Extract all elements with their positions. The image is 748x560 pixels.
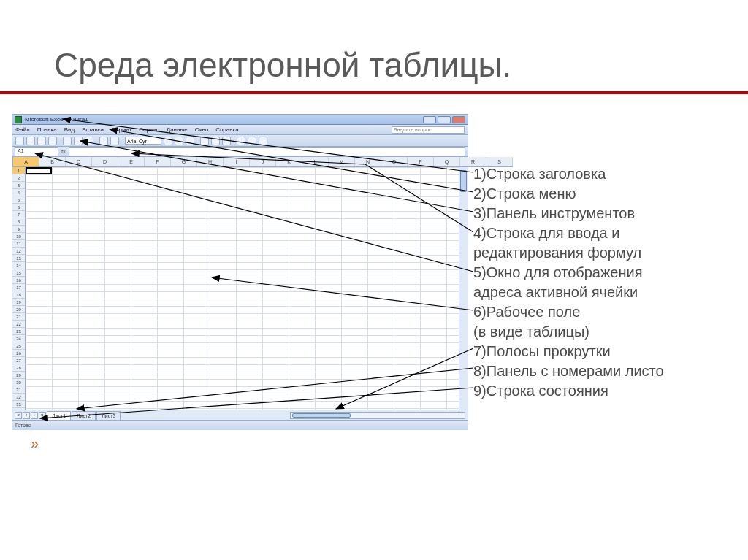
column-header[interactable]: H: [197, 157, 224, 166]
align-left-icon[interactable]: [200, 137, 209, 145]
fx-icon[interactable]: fx: [58, 148, 69, 155]
column-header[interactable]: N: [355, 157, 381, 166]
column-header[interactable]: D: [92, 157, 118, 166]
row-header[interactable]: 1: [12, 167, 25, 174]
row-header[interactable]: 11: [12, 240, 25, 248]
tab-nav-next-icon[interactable]: ›: [31, 412, 38, 419]
row-header[interactable]: 19: [12, 299, 25, 306]
menu-view[interactable]: Вид: [64, 126, 75, 133]
tab-nav-first-icon[interactable]: «: [15, 412, 22, 419]
scrollbar-thumb[interactable]: [292, 413, 351, 418]
row-headers[interactable]: 1234567891011121314151617181920212223242…: [12, 167, 26, 410]
column-header[interactable]: M: [329, 157, 355, 166]
row-header[interactable]: 5: [12, 196, 25, 204]
print-icon[interactable]: [48, 137, 57, 145]
row-header[interactable]: 30: [12, 379, 25, 386]
row-header[interactable]: 22: [12, 321, 25, 328]
row-header[interactable]: 31: [12, 386, 25, 394]
horizontal-scrollbar[interactable]: [290, 412, 465, 419]
column-headers[interactable]: ABCDEFGHIJKLMNOPQRS: [13, 157, 513, 167]
column-header[interactable]: E: [118, 157, 145, 166]
minimize-button[interactable]: [423, 116, 436, 123]
row-header[interactable]: 14: [12, 262, 25, 269]
row-header[interactable]: 29: [12, 372, 25, 379]
row-header[interactable]: 2: [12, 174, 25, 182]
maximize-button[interactable]: [438, 116, 451, 123]
close-button[interactable]: [452, 116, 465, 123]
align-center-icon[interactable]: [211, 137, 220, 145]
menu-format[interactable]: Формат: [111, 126, 131, 133]
menu-help[interactable]: Справка: [215, 126, 238, 133]
row-header[interactable]: 9: [12, 226, 25, 233]
row-header[interactable]: 15: [12, 269, 25, 277]
font-color-icon[interactable]: [259, 137, 267, 145]
row-header[interactable]: 17: [12, 284, 25, 291]
row-header[interactable]: 16: [12, 277, 25, 284]
sheet-tab-3[interactable]: Лист3: [96, 411, 121, 420]
row-header[interactable]: 25: [12, 342, 25, 350]
toolbar[interactable]: Arial Cyr: [12, 135, 468, 147]
ask-question-box[interactable]: Введите вопрос: [392, 126, 465, 134]
row-header[interactable]: 32: [12, 394, 25, 401]
column-header[interactable]: Q: [434, 157, 460, 166]
menu-tools[interactable]: Сервис: [139, 126, 159, 133]
name-box[interactable]: A1: [15, 147, 58, 156]
sheet-tab-2[interactable]: Лист2: [72, 411, 96, 420]
row-header[interactable]: 20: [12, 306, 25, 313]
row-header[interactable]: 21: [12, 313, 25, 321]
menu-data[interactable]: Данные: [167, 126, 188, 133]
bold-icon[interactable]: [164, 137, 172, 145]
column-header[interactable]: B: [39, 157, 66, 166]
formula-bar[interactable]: [69, 147, 465, 156]
align-right-icon[interactable]: [222, 137, 231, 145]
column-header[interactable]: I: [224, 157, 250, 166]
column-header[interactable]: O: [381, 157, 408, 166]
row-header[interactable]: 18: [12, 291, 25, 299]
underline-icon[interactable]: [186, 137, 194, 145]
menubar[interactable]: Файл Правка Вид Вставка Формат Сервис Да…: [12, 125, 468, 135]
column-header[interactable]: J: [250, 157, 276, 166]
row-header[interactable]: 26: [12, 350, 25, 357]
save-icon[interactable]: [37, 137, 46, 145]
borders-icon[interactable]: [237, 137, 245, 145]
row-header[interactable]: 13: [12, 255, 25, 262]
menu-file[interactable]: Файл: [15, 126, 30, 133]
italic-icon[interactable]: [175, 137, 183, 145]
worksheet-cells[interactable]: [26, 167, 459, 410]
window-controls[interactable]: [423, 116, 465, 123]
fill-color-icon[interactable]: [248, 137, 256, 145]
row-header[interactable]: 7: [12, 211, 25, 218]
row-header[interactable]: 4: [12, 189, 25, 196]
row-header[interactable]: 28: [12, 364, 25, 372]
open-icon[interactable]: [26, 137, 35, 145]
column-header[interactable]: L: [302, 157, 329, 166]
column-header[interactable]: K: [276, 157, 302, 166]
menu-window[interactable]: Окно: [195, 126, 209, 133]
column-header[interactable]: P: [408, 157, 434, 166]
row-header[interactable]: 10: [12, 233, 25, 240]
paste-icon[interactable]: [85, 137, 94, 145]
redo-icon[interactable]: [110, 137, 119, 145]
menu-edit[interactable]: Правка: [37, 126, 57, 133]
vertical-scrollbar[interactable]: [459, 167, 468, 410]
column-header[interactable]: G: [171, 157, 197, 166]
tab-nav-last-icon[interactable]: »: [39, 412, 46, 419]
row-header[interactable]: 23: [12, 328, 25, 335]
row-header[interactable]: 12: [12, 248, 25, 255]
row-header[interactable]: 33: [12, 401, 25, 408]
slide-next-chevrons[interactable]: »: [31, 435, 36, 452]
row-header[interactable]: 24: [12, 335, 25, 342]
copy-icon[interactable]: [74, 137, 83, 145]
column-header[interactable]: F: [145, 157, 171, 166]
cut-icon[interactable]: [63, 137, 72, 145]
column-header[interactable]: C: [66, 157, 92, 166]
row-header[interactable]: 6: [12, 204, 25, 211]
active-cell[interactable]: [26, 167, 52, 174]
undo-icon[interactable]: [99, 137, 108, 145]
tab-nav-prev-icon[interactable]: ‹: [23, 412, 30, 419]
sheet-tab-1[interactable]: Лист1: [47, 411, 71, 420]
row-header[interactable]: 3: [12, 182, 25, 189]
column-header[interactable]: A: [13, 157, 39, 166]
menu-insert[interactable]: Вставка: [82, 126, 104, 133]
new-icon[interactable]: [15, 137, 24, 145]
